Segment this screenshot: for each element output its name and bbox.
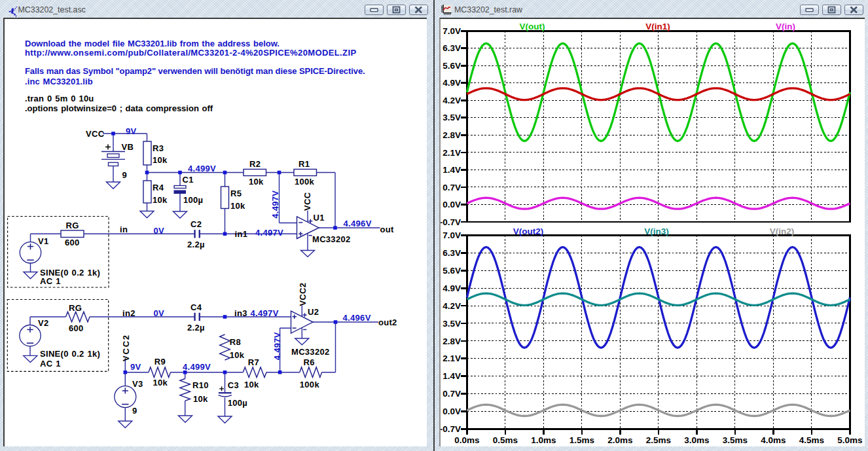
svg-text:4.499V: 4.499V	[183, 362, 211, 372]
svg-text:4.5ms: 4.5ms	[799, 435, 824, 445]
svg-text:9V: 9V	[126, 126, 137, 136]
svg-text:R4: R4	[153, 183, 164, 192]
svg-text:4.497V: 4.497V	[255, 228, 283, 238]
svg-text:.inc MC33201.lib: .inc MC33201.lib	[25, 77, 93, 86]
svg-text:R3: R3	[153, 143, 164, 153]
svg-text:4.496V: 4.496V	[343, 313, 371, 323]
svg-text:R8: R8	[230, 337, 241, 347]
svg-text:VCC: VCC	[86, 129, 105, 139]
svg-text:4.2V: 4.2V	[443, 96, 461, 105]
svg-text:6.3V: 6.3V	[443, 43, 461, 53]
svg-text:MC33202: MC33202	[291, 347, 329, 357]
svg-text:V1: V1	[38, 236, 49, 246]
svg-text:10k: 10k	[153, 378, 168, 388]
svg-text:in2: in2	[122, 308, 136, 318]
svg-text:1.5ms: 1.5ms	[570, 435, 594, 445]
svg-text:0.0ms: 0.0ms	[454, 435, 479, 445]
svg-text:-0.7V: -0.7V	[441, 217, 461, 227]
svg-text:3.5V: 3.5V	[443, 113, 461, 122]
svg-text:6.3V: 6.3V	[443, 248, 461, 258]
svg-text:3.5V: 3.5V	[443, 319, 461, 329]
svg-text:4.497V: 4.497V	[272, 332, 282, 360]
svg-text:10k: 10k	[244, 380, 259, 389]
svg-text:VB: VB	[122, 142, 134, 152]
svg-text:R6: R6	[304, 357, 315, 367]
svg-text:4.2V: 4.2V	[443, 301, 461, 311]
svg-text:0V: 0V	[154, 308, 165, 318]
svg-text:R7: R7	[248, 357, 259, 367]
svg-text:10k: 10k	[230, 350, 245, 360]
svg-text:0.7V: 0.7V	[443, 183, 461, 192]
svg-text:2.8V: 2.8V	[443, 336, 461, 346]
svg-text:R1: R1	[298, 159, 310, 169]
svg-text:4.497V: 4.497V	[251, 308, 279, 318]
svg-text:V(in): V(in)	[776, 22, 795, 31]
svg-text:http://www.onsemi.com/pub/Coll: http://www.onsemi.com/pub/Collateral/MC3…	[25, 48, 356, 58]
svg-text:R2: R2	[249, 159, 261, 169]
svg-text:C1: C1	[183, 175, 194, 185]
svg-text:out: out	[380, 225, 394, 234]
svg-text:R9: R9	[154, 357, 166, 367]
svg-text:in3: in3	[234, 308, 247, 318]
svg-text:RG: RG	[69, 303, 82, 313]
svg-text:600: 600	[69, 323, 84, 333]
svg-text:3.0ms: 3.0ms	[684, 435, 709, 445]
svg-text:-0.7V: -0.7V	[441, 424, 461, 434]
svg-text:9: 9	[122, 170, 128, 180]
svg-text:VCC2: VCC2	[121, 334, 131, 361]
svg-text:4.9V: 4.9V	[443, 78, 461, 88]
svg-text:V3: V3	[132, 379, 143, 389]
svg-text:R5: R5	[230, 189, 242, 198]
svg-text:100µ: 100µ	[228, 398, 247, 408]
svg-text:C4: C4	[190, 302, 202, 312]
svg-text:C3: C3	[228, 380, 239, 390]
svg-text:in: in	[120, 225, 128, 234]
svg-text:V(out): V(out)	[520, 22, 545, 31]
svg-text:2.8V: 2.8V	[443, 130, 461, 140]
svg-text:10k: 10k	[249, 177, 264, 187]
svg-text:2.1V: 2.1V	[443, 353, 461, 363]
svg-text:0.0V: 0.0V	[443, 200, 461, 209]
svg-text:C2: C2	[190, 219, 202, 229]
svg-text:AC 1: AC 1	[40, 276, 61, 286]
svg-text:out2: out2	[378, 317, 397, 327]
svg-text:4.499V: 4.499V	[188, 164, 216, 173]
svg-text:R10: R10	[192, 380, 209, 390]
svg-text:4.9V: 4.9V	[443, 283, 461, 293]
svg-text:2.5ms: 2.5ms	[646, 435, 671, 445]
svg-text:4.0ms: 4.0ms	[761, 435, 786, 445]
svg-text:600: 600	[65, 238, 80, 247]
svg-text:V(out2): V(out2)	[513, 226, 544, 236]
svg-text:10k: 10k	[193, 394, 208, 404]
svg-text:2.1V: 2.1V	[443, 148, 461, 158]
svg-text:9V: 9V	[130, 362, 141, 372]
svg-text:1.0ms: 1.0ms	[531, 435, 556, 445]
svg-text:U1: U1	[314, 213, 325, 223]
svg-text:.tran 0 5m 0 10u: .tran 0 5m 0 10u	[25, 94, 94, 103]
svg-text:10k: 10k	[153, 195, 168, 205]
svg-text:U2: U2	[308, 307, 319, 317]
svg-text:10k: 10k	[153, 155, 168, 165]
svg-text:100µ: 100µ	[183, 195, 203, 205]
svg-text:5.6V: 5.6V	[443, 61, 461, 71]
svg-text:3.5ms: 3.5ms	[723, 435, 748, 445]
svg-text:.options plotwinsize=0 ; data: .options plotwinsize=0 ; data compressio…	[25, 103, 213, 113]
svg-text:Download the model file MC3320: Download the model file MC33201.lib from…	[25, 39, 280, 48]
svg-text:V(in2): V(in2)	[770, 226, 795, 236]
svg-text:MC33202: MC33202	[312, 234, 350, 244]
svg-text:4.496V: 4.496V	[344, 219, 372, 228]
svg-text:AC 1: AC 1	[40, 359, 61, 369]
svg-text:V(in1): V(in1)	[645, 22, 670, 31]
svg-text:7.0V: 7.0V	[443, 26, 461, 36]
svg-text:0.5ms: 0.5ms	[493, 435, 518, 445]
svg-text:2.2µ: 2.2µ	[187, 323, 205, 333]
svg-text:0.0V: 0.0V	[443, 406, 461, 416]
svg-text:4.497V: 4.497V	[271, 190, 281, 219]
svg-text:VCC: VCC	[302, 192, 312, 211]
svg-text:100k: 100k	[300, 380, 320, 389]
svg-text:RG: RG	[66, 221, 79, 230]
svg-text:V(in3): V(in3)	[644, 226, 669, 236]
svg-text:100k: 100k	[295, 177, 315, 187]
svg-text:0V: 0V	[154, 226, 165, 236]
svg-text:SINE(0 0.2 1k): SINE(0 0.2 1k)	[40, 349, 100, 359]
